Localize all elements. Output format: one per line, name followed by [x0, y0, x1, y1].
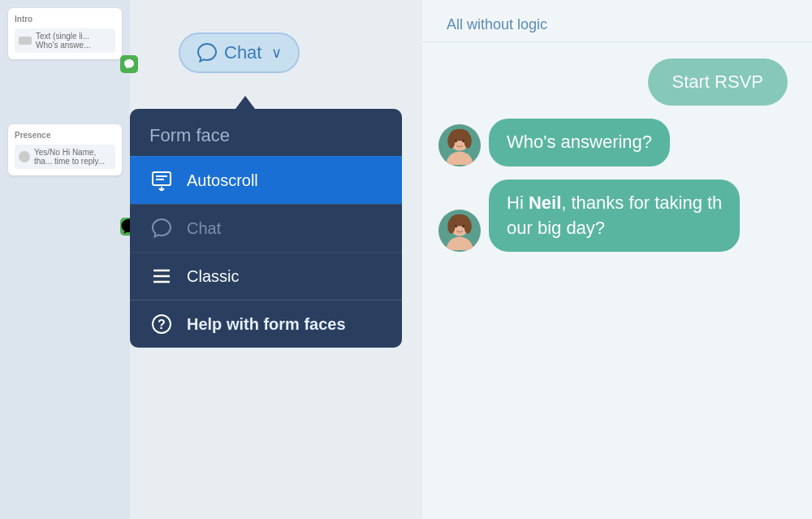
green-node-top[interactable] — [120, 55, 138, 73]
neil-text: Neil — [529, 192, 561, 213]
chat-node-icon-top — [123, 58, 135, 70]
avatar-1 — [438, 124, 481, 167]
dropdown-pointer — [235, 96, 255, 109]
svg-point-22 — [462, 225, 465, 228]
chat-trigger-icon — [197, 42, 218, 63]
chat-menu-label: Chat — [187, 219, 221, 238]
card-row-icon-intro — [19, 37, 32, 45]
autoscroll-icon — [149, 168, 174, 192]
chat-trigger-chevron: ∨ — [271, 44, 282, 62]
classic-label: Classic — [187, 267, 239, 286]
chat-message-2: Hi Neil, thanks for taking thour big day… — [438, 179, 796, 253]
chat-area: All without logic Start RSVP — [422, 0, 812, 519]
avatar-2-svg — [440, 211, 479, 250]
dropdown-title: Form face — [130, 109, 402, 156]
chat-messages: Start RSVP — [422, 42, 812, 519]
chat-trigger-button[interactable]: Chat ∨ — [179, 32, 300, 73]
card-row-text-intro: Text (single li... Who's answe... — [36, 32, 111, 50]
help-svg: ? — [151, 314, 172, 335]
chat-bubble-1: Who's answering? — [489, 119, 670, 167]
card-row-intro: Text (single li... Who's answe... — [15, 28, 115, 53]
svg-point-13 — [464, 133, 472, 148]
svg-point-9 — [446, 151, 473, 165]
chat-message-1: Who's answering? — [438, 119, 796, 167]
chat-header: All without logic — [422, 0, 812, 42]
dropdown-item-help[interactable]: ? Help with form faces — [130, 300, 402, 348]
chat-menu-svg — [151, 218, 172, 239]
svg-point-15 — [462, 139, 465, 142]
chat-menu-icon — [149, 216, 174, 240]
avatar-1-svg — [440, 126, 479, 165]
left-sidebar: Intro Text (single li... Who's answe... … — [0, 0, 130, 519]
dropdown-menu: Form face Autoscroll Chat — [130, 109, 402, 348]
svg-point-14 — [455, 139, 458, 142]
autoscroll-svg — [151, 170, 172, 191]
dropdown-item-chat[interactable]: Chat — [130, 204, 402, 252]
classic-svg — [151, 266, 172, 287]
dropdown-item-autoscroll[interactable]: Autoscroll — [130, 156, 402, 204]
classic-icon — [149, 264, 174, 288]
dropdown-item-classic[interactable]: Classic — [130, 252, 402, 300]
card-row-presence: Yes/No Hi Name, tha... time to reply... — [15, 145, 115, 169]
card-row-text-presence: Yes/No Hi Name, tha... time to reply... — [34, 148, 111, 166]
svg-point-12 — [447, 133, 455, 148]
chat-trigger-label: Chat — [224, 42, 261, 63]
card-row-icon-presence — [19, 151, 30, 162]
help-icon: ? — [149, 312, 174, 336]
avatar-2 — [438, 210, 481, 252]
svg-point-20 — [464, 219, 472, 234]
card-title-intro: Intro — [15, 15, 115, 24]
svg-text:?: ? — [158, 318, 166, 331]
help-label: Help with form faces — [187, 315, 346, 334]
svg-point-16 — [446, 237, 473, 251]
card-title-presence: Presence — [15, 131, 115, 140]
autoscroll-label: Autoscroll — [187, 171, 258, 190]
svg-point-21 — [455, 225, 458, 228]
start-rsvp-button[interactable]: Start RSVP — [648, 58, 788, 106]
chat-bubble-2: Hi Neil, thanks for taking thour big day… — [489, 179, 740, 253]
svg-point-19 — [447, 219, 455, 234]
form-card-presence: Presence Yes/No Hi Name, tha... time to … — [8, 124, 122, 175]
form-card-intro: Intro Text (single li... Who's answe... — [8, 8, 122, 59]
